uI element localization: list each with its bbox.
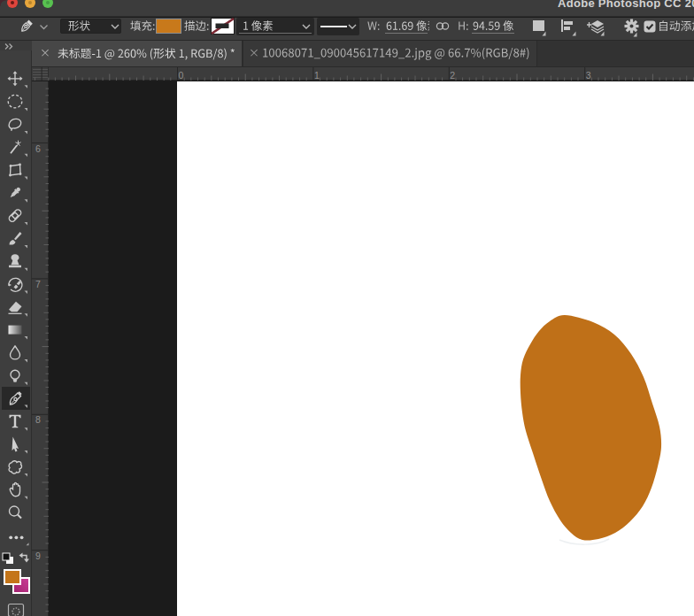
svg-text:0: 0: [179, 70, 184, 81]
svg-text:2: 2: [450, 70, 455, 81]
svg-text:1: 1: [314, 70, 320, 81]
svg-text:6: 6: [35, 143, 41, 154]
svg-text:7: 7: [35, 279, 41, 289]
svg-text:9: 9: [35, 551, 41, 561]
svg-text:8: 8: [35, 414, 41, 425]
svg-text:3: 3: [586, 70, 591, 81]
